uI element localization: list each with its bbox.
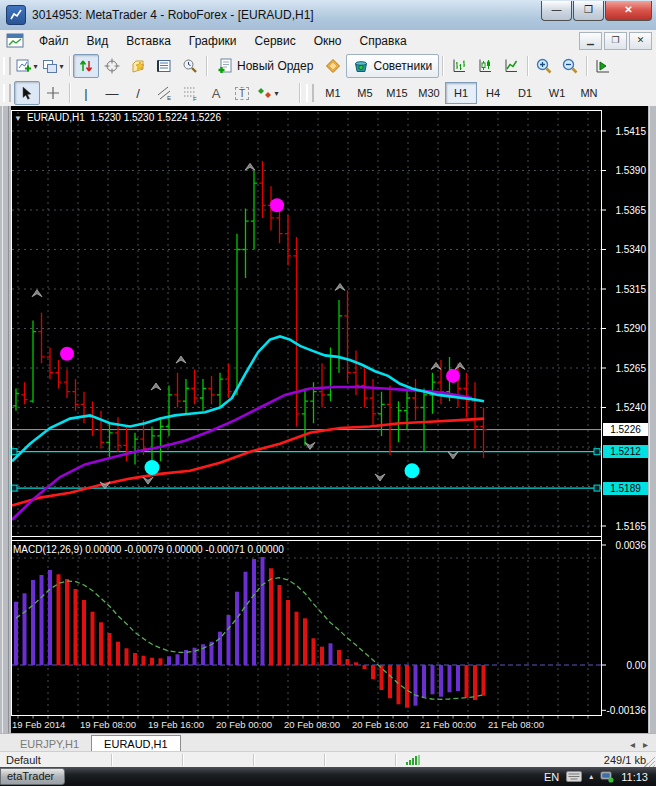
connection-signal-icon xyxy=(406,755,420,765)
dropdown-icon: ▾ xyxy=(274,89,278,98)
svg-text:1.5390: 1.5390 xyxy=(615,165,646,176)
text-tool[interactable]: A xyxy=(203,81,229,105)
timeframe-m30[interactable]: M30 xyxy=(413,82,445,104)
toolbar-separator xyxy=(586,56,587,76)
menu-charts[interactable]: Графики xyxy=(180,32,246,50)
menu-help[interactable]: Справка xyxy=(351,32,416,50)
tab-eurjpy[interactable]: EURJPY,H1 xyxy=(8,737,91,752)
new-chart-icon xyxy=(16,58,32,74)
svg-text:-0.00136: -0.00136 xyxy=(607,705,647,716)
candlestick-chart-button[interactable] xyxy=(472,54,498,78)
profiles-button[interactable]: ▾ xyxy=(40,54,66,78)
dropdown-icon: ▾ xyxy=(59,62,63,71)
taskbar-app-button[interactable]: etaTrader xyxy=(0,768,65,785)
status-separator xyxy=(324,754,325,766)
bid-price-box: 1.5226 xyxy=(603,423,648,436)
svg-text:20 Feb 08:00: 20 Feb 08:00 xyxy=(284,719,340,730)
tab-euraud[interactable]: EURAUD,H1 xyxy=(91,735,181,752)
bar-chart-button[interactable] xyxy=(446,54,472,78)
menu-insert[interactable]: Вставка xyxy=(117,32,180,50)
zoom-in-icon xyxy=(536,58,552,74)
timeframe-h1[interactable]: H1 xyxy=(445,82,477,104)
cursor-tool-button[interactable] xyxy=(14,81,40,105)
svg-text:19 Feb 2014: 19 Feb 2014 xyxy=(12,719,65,730)
vertical-line-icon: | xyxy=(84,86,87,101)
svg-text:0.0036: 0.0036 xyxy=(615,540,646,551)
minimize-icon: — xyxy=(552,4,562,15)
close-button[interactable]: ✕ xyxy=(605,1,652,21)
menu-view[interactable]: Вид xyxy=(78,32,118,50)
chart-mode-button[interactable] xyxy=(73,54,99,78)
svg-text:20 Feb 00:00: 20 Feb 00:00 xyxy=(216,719,272,730)
menu-window[interactable]: Окно xyxy=(305,32,351,50)
timeframe-m5[interactable]: M5 xyxy=(349,82,381,104)
network-tray-icon[interactable] xyxy=(600,771,614,783)
channel-tool[interactable]: E xyxy=(151,81,177,105)
text-icon: A xyxy=(212,86,221,101)
collapse-icon[interactable]: ▼ xyxy=(14,114,22,123)
line-chart-button[interactable] xyxy=(498,54,524,78)
timeframe-m15[interactable]: M15 xyxy=(381,82,413,104)
new-chart-button[interactable]: ▾ xyxy=(14,54,40,78)
auto-scroll-button[interactable] xyxy=(590,54,616,78)
bar-chart-icon xyxy=(451,58,467,74)
crosshair-mode-button[interactable] xyxy=(40,81,66,105)
resize-grip[interactable] xyxy=(644,756,655,767)
fibonacci-tool[interactable]: F xyxy=(177,81,203,105)
status-separator xyxy=(253,754,254,766)
toolbar-grip[interactable] xyxy=(3,84,11,102)
zoom-in-button[interactable] xyxy=(531,54,557,78)
svg-text:20 Feb 16:00: 20 Feb 16:00 xyxy=(352,719,408,730)
strategy-tester-button[interactable] xyxy=(177,54,203,78)
tray-expand-icon[interactable]: ▴ xyxy=(589,772,593,781)
status-separator xyxy=(182,754,183,766)
tab-scroll-right-icon[interactable]: ▸ xyxy=(643,739,648,750)
crosshair-tool-button[interactable] xyxy=(99,54,125,78)
timeframe-m1[interactable]: M1 xyxy=(317,82,349,104)
toolbar-separator xyxy=(299,83,300,103)
timeframe-mn[interactable]: MN xyxy=(573,82,605,104)
metaeditor-button[interactable] xyxy=(320,54,346,78)
mdi-minimize-button[interactable]: ▁ xyxy=(579,32,602,50)
expert-advisors-button[interactable]: Советники xyxy=(346,54,439,78)
price-and-macd-chart[interactable]: 1.54151.53901.53651.53401.53151.52901.52… xyxy=(0,106,656,733)
title-bar[interactable]: 3014953: MetaTrader 4 - RoboForex - [EUR… xyxy=(0,0,656,31)
toolbar-grip[interactable] xyxy=(3,57,11,75)
language-indicator[interactable]: EN xyxy=(544,771,559,783)
editor-icon xyxy=(325,58,341,74)
taskbar-clock[interactable]: 11:13 xyxy=(621,771,648,783)
timeframe-d1[interactable]: D1 xyxy=(509,82,541,104)
vertical-line-tool[interactable]: | xyxy=(73,81,99,105)
maximize-button[interactable]: ❐ xyxy=(573,1,604,21)
chart-window-icon[interactable] xyxy=(6,33,24,49)
horizontal-line-tool[interactable]: — xyxy=(99,81,125,105)
svg-text:1.5340: 1.5340 xyxy=(615,244,646,255)
keyboard-icon[interactable] xyxy=(566,771,582,782)
toolbar-grip[interactable] xyxy=(306,84,314,102)
timeframe-w1[interactable]: W1 xyxy=(541,82,573,104)
market-watch-button[interactable] xyxy=(151,54,177,78)
new-order-button[interactable]: Новый Ордер xyxy=(210,54,320,78)
menu-tools[interactable]: Сервис xyxy=(246,32,305,50)
toolbar-separator xyxy=(206,56,207,76)
crosshair-icon xyxy=(104,58,120,74)
text-label-tool[interactable]: T xyxy=(229,81,255,105)
timeframe-h4[interactable]: H4 xyxy=(477,82,509,104)
minimize-button[interactable]: — xyxy=(541,1,572,21)
mdi-close-button[interactable]: ✕ xyxy=(629,32,652,50)
menu-bar: Файл Вид Вставка Графики Сервис Окно Спр… xyxy=(0,30,656,53)
new-order-label: Новый Ордер xyxy=(237,59,313,73)
status-bar: Default 249/1 kb xyxy=(0,751,656,768)
new-order-icon xyxy=(217,58,233,74)
menu-file[interactable]: Файл xyxy=(30,32,78,50)
toolbar-separator xyxy=(69,56,70,76)
zoom-out-button[interactable] xyxy=(557,54,583,78)
trendline-tool[interactable]: / xyxy=(125,81,151,105)
arrows-tool[interactable]: ▾ xyxy=(255,81,281,105)
mdi-restore-button[interactable]: ❐ xyxy=(604,32,627,50)
traffic-label: 249/1 kb xyxy=(604,754,646,766)
profile-label[interactable]: Default xyxy=(0,754,47,766)
tab-scroll-left-icon[interactable]: ◂ xyxy=(630,739,635,750)
templates-button[interactable] xyxy=(125,54,151,78)
windows-taskbar: etaTrader EN ▴ 11:13 xyxy=(0,767,656,786)
